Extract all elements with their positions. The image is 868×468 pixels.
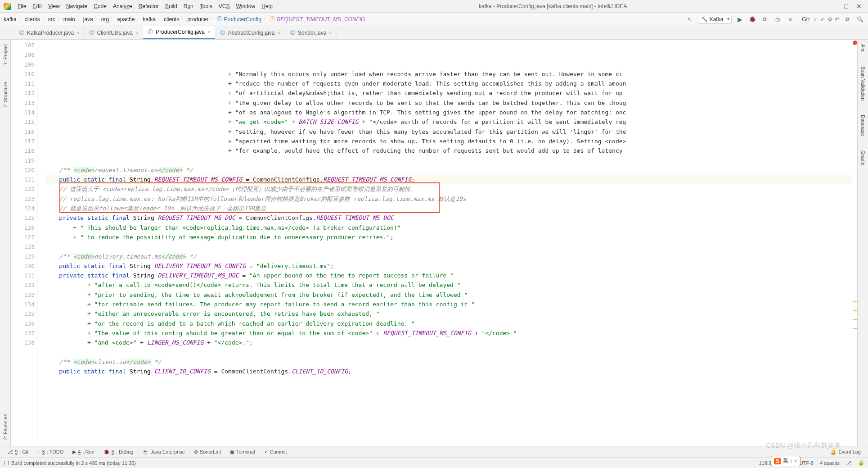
lock-icon[interactable]: 🔒 bbox=[858, 460, 864, 466]
toolwindow-terminal[interactable]: ▣ Terminal bbox=[226, 448, 259, 456]
window-title: kafka - ProducerConfig.java [kafka.clien… bbox=[276, 3, 830, 9]
menu-view[interactable]: View bbox=[45, 2, 63, 11]
right-toolwindow-bar: Ant Bean Validation Database Gradle bbox=[857, 40, 868, 446]
tab-abstractconfig[interactable]: ⓒAbstractConfig.java× bbox=[215, 26, 285, 39]
bottom-toolbindow-bar: ⎇ 9: Git ≡ 6: TODO ▶ 4: Run 🐞 5: Debug ☕… bbox=[0, 446, 868, 457]
editor-tabs: ⓒKafkaProducer.java× ⓒClientUtils.java× … bbox=[0, 26, 868, 40]
git-label: Git: bbox=[802, 16, 810, 23]
toolwindow-commit[interactable]: ✓ Commit bbox=[261, 448, 291, 456]
warn-marker[interactable] bbox=[853, 328, 857, 329]
git-update-icon[interactable]: ✓ bbox=[813, 16, 818, 23]
editor: 1: Project 7: Structure 2: Favorites 107… bbox=[0, 40, 868, 446]
menu-refactor[interactable]: Refactor bbox=[135, 2, 162, 11]
crumb[interactable]: apache bbox=[117, 16, 135, 23]
stop-icon[interactable]: ■ bbox=[786, 15, 795, 24]
watermark: CSDN @张小邢和刘美美 bbox=[766, 441, 841, 450]
warn-marker[interactable] bbox=[853, 319, 857, 320]
debug-icon[interactable]: 🐞 bbox=[748, 15, 757, 24]
menu-file[interactable]: File bbox=[14, 2, 29, 11]
line-gutter[interactable]: 1071081091101111121131141151161171181191… bbox=[11, 40, 38, 446]
crumb[interactable]: main bbox=[63, 16, 75, 23]
toolwindow-structure[interactable]: 7: Structure bbox=[3, 80, 8, 109]
menu-tools[interactable]: Tools bbox=[197, 2, 216, 11]
warn-marker[interactable] bbox=[853, 301, 857, 302]
crumb-field[interactable]: REQUEST_TIMEOUT_MS_CONFIG bbox=[277, 16, 365, 23]
profile-icon[interactable]: ◷ bbox=[773, 15, 782, 24]
menubar: File Edit View Navigate Code Analyze Ref… bbox=[0, 0, 868, 13]
close-icon[interactable]: ✕ bbox=[856, 3, 862, 10]
toolwindow-favorites[interactable]: 2: Favorites bbox=[3, 412, 8, 441]
error-stripe[interactable] bbox=[852, 40, 857, 446]
minimize-icon[interactable]: — bbox=[830, 3, 837, 10]
back-icon[interactable]: ↖ bbox=[685, 15, 694, 24]
status-tool-icon[interactable]: 🞎 bbox=[4, 460, 9, 466]
crumb[interactable]: clients bbox=[164, 16, 179, 23]
close-icon[interactable]: × bbox=[135, 30, 138, 36]
close-icon[interactable]: × bbox=[329, 30, 332, 36]
close-icon[interactable]: × bbox=[76, 30, 79, 36]
menu-window[interactable]: Window bbox=[233, 2, 258, 11]
menu-code[interactable]: Code bbox=[90, 2, 110, 11]
code-area[interactable]: + "Normally this occurs only under load … bbox=[45, 40, 852, 446]
file-encoding[interactable]: UTF-8 bbox=[800, 460, 814, 466]
menu-help[interactable]: Help bbox=[258, 2, 276, 11]
left-toolwindow-bar: 1: Project 7: Structure 2: Favorites bbox=[0, 40, 11, 446]
app-logo-icon bbox=[4, 3, 11, 10]
toolwindow-gradle[interactable]: Gradle bbox=[860, 149, 866, 167]
menu-edit[interactable]: Edit bbox=[29, 2, 45, 11]
toolwindow-ant[interactable]: Ant bbox=[860, 42, 866, 54]
crumb-class[interactable]: ProducerConfig bbox=[224, 16, 261, 23]
crumb[interactable]: kafka bbox=[4, 16, 17, 23]
branch-icon[interactable]: ⎇ bbox=[846, 460, 852, 466]
toolwindow-git[interactable]: ⎇ 9: Git bbox=[4, 448, 32, 456]
tab-producerconfig[interactable]: ⓒProducerConfig.java× bbox=[143, 26, 215, 39]
indent-setting[interactable]: 4 spaces bbox=[820, 460, 840, 466]
menu-navigate[interactable]: Navigate bbox=[63, 2, 90, 11]
git-commit-icon[interactable]: ✓ bbox=[820, 16, 825, 23]
coverage-icon[interactable]: ⟳ bbox=[760, 15, 769, 24]
crumb[interactable]: org bbox=[101, 16, 109, 23]
fold-strip[interactable] bbox=[38, 40, 45, 446]
statusbar: 🞎 Build completed successfully in 2 s 49… bbox=[0, 457, 868, 468]
crumb[interactable]: clients bbox=[25, 16, 40, 23]
toolwindow-project[interactable]: 1: Project bbox=[3, 42, 8, 67]
git-revert-icon[interactable]: ↶ bbox=[835, 16, 839, 23]
toolwindow-run[interactable]: ▶ 4: Run bbox=[69, 448, 98, 456]
status-message: Build completed successfully in 2 s 490 … bbox=[11, 460, 759, 466]
tab-sender[interactable]: ⓒSender.java× bbox=[285, 26, 337, 39]
warn-marker[interactable] bbox=[853, 310, 857, 311]
crumb[interactable]: src bbox=[48, 16, 55, 23]
crumb[interactable]: java bbox=[83, 16, 93, 23]
tab-kafkaproducer[interactable]: ⓒKafkaProducer.java× bbox=[14, 26, 85, 39]
close-icon[interactable]: × bbox=[278, 30, 280, 36]
toolwindow-sonarlint[interactable]: ⊘ SonarLint bbox=[190, 448, 225, 456]
crumb[interactable]: kafka bbox=[143, 16, 156, 23]
toolwindow-database[interactable]: Database bbox=[860, 113, 866, 138]
menu-run[interactable]: Run bbox=[180, 2, 197, 11]
menu-analyze[interactable]: Analyze bbox=[110, 2, 135, 11]
menu-vcs[interactable]: VCS bbox=[216, 2, 233, 11]
toolwindow-todo[interactable]: ≡ 6: TODO bbox=[34, 448, 67, 455]
ime-badge: S英⁞✕ bbox=[771, 456, 801, 466]
navbar: kafka〉 clients〉 src〉 main〉 java〉 org〉 ap… bbox=[0, 13, 868, 26]
close-icon[interactable]: × bbox=[207, 29, 210, 35]
maximize-icon[interactable]: □ bbox=[845, 3, 848, 10]
menu-build[interactable]: Build bbox=[162, 2, 180, 11]
crumb[interactable]: producer bbox=[187, 16, 208, 23]
tab-clientutils[interactable]: ⓒClientUtils.java× bbox=[85, 26, 144, 39]
toolwindow-beanvalidation[interactable]: Bean Validation bbox=[860, 64, 866, 102]
error-marker-icon[interactable] bbox=[853, 41, 857, 45]
search-icon[interactable]: 🔍 bbox=[855, 15, 864, 24]
run-config-select[interactable]: 🔨 Kafka bbox=[698, 15, 732, 24]
git-history-icon[interactable]: ⟲ bbox=[828, 16, 832, 23]
toolwindow-javaee[interactable]: ☕ Java Enterprise bbox=[139, 448, 188, 456]
toolwindow-debug[interactable]: 🐞 5: Debug bbox=[100, 448, 137, 456]
run-icon[interactable]: ▶ bbox=[735, 15, 744, 24]
hierarchy-icon[interactable]: ⧉ bbox=[843, 15, 852, 24]
